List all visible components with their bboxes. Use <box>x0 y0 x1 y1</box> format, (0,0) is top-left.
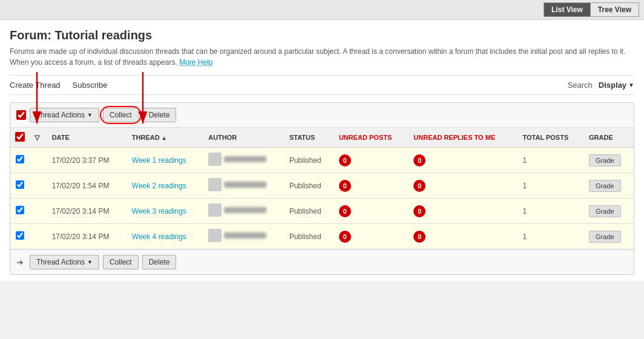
th-status: STATUS <box>284 128 334 148</box>
bottom-arrow-icon: ➜ <box>16 257 24 267</box>
th-grade: GRADE <box>584 128 634 148</box>
row-checkbox[interactable] <box>16 231 24 240</box>
row-unread-replies: 0 <box>409 199 518 224</box>
row-checkbox-cell <box>10 148 30 173</box>
row-thread: Week 4 readings <box>127 224 203 249</box>
grade-button[interactable]: Grade <box>589 205 621 217</box>
subscribe-link[interactable]: Subscribe <box>73 81 108 90</box>
threads-table: ▽ DATE THREAD ▲ AUTHOR STATUS UNREAD POS… <box>10 128 634 249</box>
row-total-posts: 1 <box>518 148 584 173</box>
author-name <box>224 207 266 213</box>
table-row: 17/02/20 3:14 PM Week 4 readings Publish… <box>10 224 634 249</box>
row-date: 17/02/20 3:37 PM <box>47 148 127 173</box>
row-status: Published <box>284 148 334 173</box>
row-grade: Grade <box>584 199 634 224</box>
avatar-icon <box>208 229 222 242</box>
top-table-toolbar: Thread Actions ▼ Collect Delete <box>10 103 634 128</box>
row-total-posts: 1 <box>518 224 584 249</box>
unread-replies-badge: 0 <box>413 205 426 217</box>
th-unread-posts: UNREAD POSTS <box>334 128 409 148</box>
row-grade: Grade <box>584 148 634 173</box>
unread-posts-badge: 0 <box>339 154 351 166</box>
row-author <box>203 199 284 224</box>
table-row: 17/02/20 1:54 PM Week 2 readings Publish… <box>10 173 634 199</box>
th-author: AUTHOR <box>203 128 284 148</box>
search-link[interactable]: Search <box>568 81 593 90</box>
row-thread: Week 1 readings <box>127 148 203 173</box>
row-checkbox-cell <box>10 224 30 249</box>
row-total-posts: 1 <box>518 199 584 224</box>
table-section: Thread Actions ▼ Collect Delete ▽ <box>10 102 634 275</box>
display-button[interactable]: Display ▼ <box>599 81 634 90</box>
grade-button[interactable]: Grade <box>589 231 621 243</box>
row-status: Published <box>284 199 334 224</box>
row-checkbox-cell <box>10 173 30 199</box>
table-body: 17/02/20 3:37 PM Week 1 readings Publish… <box>10 148 634 249</box>
bottom-table-toolbar: ➜ Thread Actions ▼ Collect Delete <box>10 249 634 274</box>
row-unread-posts: 0 <box>334 199 409 224</box>
row-unread-posts: 0 <box>334 173 409 199</box>
bottom-collect-button[interactable]: Collect <box>103 255 139 269</box>
action-bar-right: Search Display ▼ <box>568 81 634 90</box>
more-help-link[interactable]: More Help <box>179 58 212 67</box>
row-filter-cell <box>30 173 47 199</box>
action-bar: Create Thread Subscribe Search Display ▼ <box>10 75 634 95</box>
row-checkbox[interactable] <box>16 180 24 189</box>
page-description: Forums are made up of individual discuss… <box>10 46 634 68</box>
grade-button[interactable]: Grade <box>589 154 621 166</box>
filter-icon: ▽ <box>34 134 39 141</box>
row-author <box>203 148 284 173</box>
thread-link[interactable]: Week 4 readings <box>132 232 186 241</box>
row-checkbox-cell <box>10 199 30 224</box>
header-checkbox[interactable] <box>15 132 25 142</box>
bottom-thread-actions-button[interactable]: Thread Actions ▼ <box>30 255 99 269</box>
sort-icon: ▲ <box>162 135 167 141</box>
thread-link[interactable]: Week 3 readings <box>132 207 186 216</box>
bottom-delete-button[interactable]: Delete <box>142 255 177 269</box>
row-thread: Week 2 readings <box>127 173 203 199</box>
row-checkbox[interactable] <box>16 155 24 163</box>
unread-posts-badge: 0 <box>339 180 351 192</box>
chevron-icon: ▼ <box>87 112 93 118</box>
th-filter: ▽ <box>30 128 47 148</box>
row-checkbox[interactable] <box>16 206 24 214</box>
delete-button[interactable]: Delete <box>142 108 177 122</box>
avatar-icon <box>208 178 222 191</box>
author-name <box>224 156 266 162</box>
th-thread: THREAD ▲ <box>127 128 203 148</box>
thread-link[interactable]: Week 2 readings <box>132 182 186 190</box>
th-date: DATE <box>47 128 127 148</box>
row-filter-cell <box>30 148 47 173</box>
top-bar: List View Tree View <box>0 0 644 20</box>
unread-replies-badge: 0 <box>413 231 426 243</box>
thread-link[interactable]: Week 1 readings <box>132 156 186 165</box>
author-name <box>224 232 266 239</box>
author-name <box>224 182 266 188</box>
collect-button[interactable]: Collect <box>103 108 139 122</box>
row-grade: Grade <box>584 173 634 199</box>
row-unread-posts: 0 <box>334 148 409 173</box>
row-unread-replies: 0 <box>409 148 518 173</box>
row-date: 17/02/20 3:14 PM <box>47 199 127 224</box>
thread-actions-button[interactable]: Thread Actions ▼ <box>30 108 99 122</box>
list-view-button[interactable]: List View <box>544 2 591 17</box>
th-checkbox <box>10 128 30 148</box>
page-title: Forum: Tutorial readings <box>10 28 634 42</box>
row-author <box>203 224 284 249</box>
row-filter-cell <box>30 224 47 249</box>
master-checkbox[interactable] <box>16 110 26 120</box>
grade-button[interactable]: Grade <box>589 180 621 192</box>
avatar-icon <box>208 203 222 217</box>
tree-view-button[interactable]: Tree View <box>591 2 639 17</box>
row-filter-cell <box>30 199 47 224</box>
th-total-posts: TOTAL POSTS <box>518 128 584 148</box>
unread-posts-badge: 0 <box>339 231 351 243</box>
row-total-posts: 1 <box>518 173 584 199</box>
create-thread-link[interactable]: Create Thread <box>10 81 61 90</box>
unread-replies-badge: 0 <box>413 180 426 192</box>
unread-posts-badge: 0 <box>339 205 351 217</box>
row-date: 17/02/20 3:14 PM <box>47 224 127 249</box>
collect-circle: Collect <box>103 108 139 122</box>
table-row: 17/02/20 3:37 PM Week 1 readings Publish… <box>10 148 634 173</box>
chevron-down-icon: ▼ <box>628 82 634 88</box>
